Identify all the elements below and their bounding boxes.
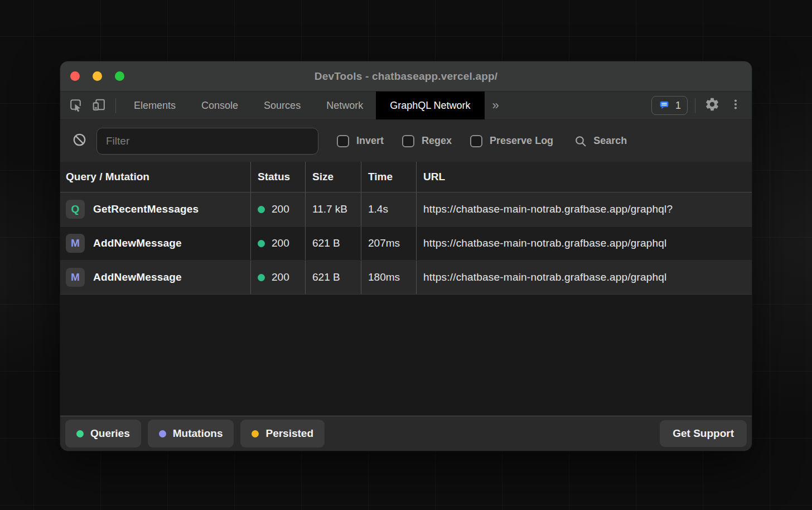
minimize-button[interactable] <box>93 71 102 81</box>
status-code: 200 <box>272 237 289 249</box>
invert-filter-group: Invert <box>337 135 384 147</box>
filter-toolbar: Invert Regex Preserve Log Search <box>60 119 752 162</box>
column-header-status[interactable]: Status <box>250 162 305 192</box>
table-row[interactable]: Q GetRecentMessages 200 11.7 kB 1.4s htt… <box>60 193 752 227</box>
preserve-log-checkbox[interactable] <box>470 135 482 147</box>
queries-dot-icon <box>76 430 84 437</box>
titlebar: DevTools - chatbaseapp.vercel.app/ <box>60 61 752 91</box>
clear-button[interactable] <box>72 132 87 150</box>
response-time: 207ms <box>361 227 416 260</box>
main-menu-button[interactable] <box>724 92 747 119</box>
response-size: 621 B <box>305 261 361 294</box>
request-url: https://chatbase-main-notrab.grafbase.ap… <box>423 237 667 249</box>
invert-label: Invert <box>356 135 384 147</box>
request-url: https://chatbase-main-notrab.grafbase.ap… <box>423 271 667 283</box>
tab-sources[interactable]: Sources <box>251 92 313 119</box>
mutations-filter-button[interactable]: Mutations <box>148 420 234 448</box>
filter-input[interactable] <box>96 128 318 155</box>
regex-label: Regex <box>422 135 452 147</box>
regex-checkbox[interactable] <box>402 135 414 147</box>
chat-bubble-icon <box>658 99 670 112</box>
footer-toolbar: Queries Mutations Persisted Get Support <box>60 416 752 451</box>
issues-counter-button[interactable]: 1 <box>651 96 688 115</box>
tabbar-spacer <box>507 92 651 119</box>
column-header-url[interactable]: URL <box>416 162 752 192</box>
more-tabs-button[interactable]: » <box>485 98 507 113</box>
issues-count: 1 <box>675 100 681 112</box>
column-header-query-mutation[interactable]: Query / Mutation <box>60 162 250 192</box>
inspect-cursor-icon <box>68 97 83 114</box>
settings-button[interactable] <box>700 92 724 119</box>
column-header-size[interactable]: Size <box>305 162 361 192</box>
preserve-log-group: Preserve Log <box>470 135 553 147</box>
kebab-menu-icon <box>729 98 742 113</box>
gear-icon <box>704 97 720 114</box>
tab-network[interactable]: Network <box>313 92 376 119</box>
queries-label: Queries <box>90 427 130 440</box>
persisted-dot-icon <box>252 430 259 437</box>
status-code: 200 <box>272 271 289 283</box>
tab-elements[interactable]: Elements <box>121 92 188 119</box>
mutation-badge: M <box>66 268 85 287</box>
block-icon <box>72 132 87 150</box>
response-size: 621 B <box>305 227 361 260</box>
preserve-log-label: Preserve Log <box>490 135 553 147</box>
inspect-element-button[interactable] <box>64 92 87 119</box>
response-size: 11.7 kB <box>305 193 361 226</box>
operation-name: GetRecentMessages <box>93 203 199 215</box>
table-empty-area <box>60 295 752 416</box>
tabbar-divider <box>115 98 116 113</box>
search-icon <box>574 134 587 148</box>
tab-graphql-network[interactable]: GraphQL Network <box>376 92 484 119</box>
get-support-button[interactable]: Get Support <box>660 420 747 447</box>
invert-checkbox[interactable] <box>337 135 349 147</box>
query-badge: Q <box>66 200 85 219</box>
response-time: 1.4s <box>361 193 416 226</box>
mutation-badge: M <box>66 234 85 253</box>
persisted-filter-button[interactable]: Persisted <box>240 420 325 448</box>
queries-filter-button[interactable]: Queries <box>65 420 141 448</box>
status-ok-dot <box>258 240 265 247</box>
status-code: 200 <box>272 203 289 215</box>
table-row[interactable]: M AddNewMessage 200 621 B 207ms https://… <box>60 227 752 261</box>
traffic-lights <box>70 71 124 81</box>
zoom-button[interactable] <box>115 71 124 81</box>
device-toolbar-icon <box>91 97 107 114</box>
tabbar-right-divider <box>695 98 695 113</box>
operation-name: AddNewMessage <box>93 271 182 283</box>
status-ok-dot <box>258 274 265 281</box>
regex-filter-group: Regex <box>402 135 452 147</box>
search-button[interactable]: Search <box>574 134 627 148</box>
devtools-window: DevTools - chatbaseapp.vercel.app/ <box>60 61 752 451</box>
column-header-time[interactable]: Time <box>361 162 416 192</box>
tab-console[interactable]: Console <box>188 92 251 119</box>
request-url: https://chatbase-main-notrab.grafbase.ap… <box>423 203 673 215</box>
close-button[interactable] <box>70 71 80 81</box>
response-time: 180ms <box>361 261 416 294</box>
mutations-label: Mutations <box>173 427 223 440</box>
mutations-dot-icon <box>159 430 166 437</box>
persisted-label: Persisted <box>265 427 313 440</box>
table-header: Query / Mutation Status Size Time URL <box>60 162 752 193</box>
device-toolbar-button[interactable] <box>87 92 110 119</box>
tabbar: Elements Console Sources Network GraphQL… <box>60 91 752 119</box>
window-title: DevTools - chatbaseapp.vercel.app/ <box>60 70 752 83</box>
operation-name: AddNewMessage <box>93 237 182 249</box>
search-label: Search <box>593 135 627 147</box>
status-ok-dot <box>258 206 265 213</box>
table-row[interactable]: M AddNewMessage 200 621 B 180ms https://… <box>60 261 752 295</box>
